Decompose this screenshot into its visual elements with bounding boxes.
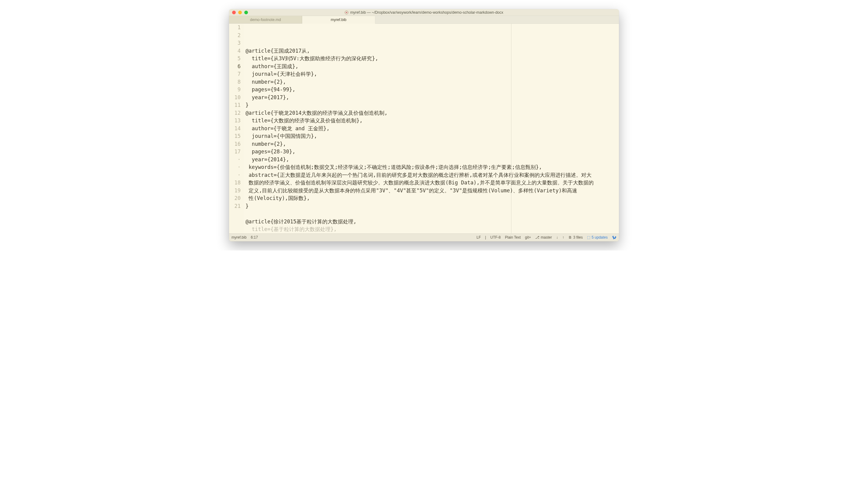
arrow-up-icon [562, 235, 564, 239]
code-line[interactable]: year={2014}, [245, 156, 619, 164]
code-line[interactable]: title={从3V到5V:大数据助推经济行为的深化研究}, [245, 55, 619, 63]
status-cursor-position[interactable]: 6:17 [251, 235, 258, 239]
code-line[interactable] [245, 210, 619, 218]
app-icon [345, 11, 348, 14]
status-whitespace[interactable]: | [485, 235, 486, 239]
status-files[interactable]: 🗎 3 files [568, 235, 583, 239]
line-number: · [229, 163, 241, 172]
tab-label: myref.bib [331, 18, 346, 22]
line-number: 17 [229, 148, 241, 156]
code-line[interactable]: author={于晓龙 and 王金照}, [245, 125, 619, 133]
status-branch[interactable]: master [535, 235, 552, 239]
tab-myref-bib[interactable]: myref.bib [302, 16, 375, 24]
line-number: 5 [229, 55, 241, 63]
code-line[interactable]: number={2}, [245, 140, 619, 148]
close-window-button[interactable] [232, 11, 236, 14]
zoom-window-button[interactable] [244, 11, 248, 14]
line-number: 6 [229, 63, 241, 71]
line-number: · [229, 172, 241, 179]
status-release-notes[interactable]: 🐿 [612, 235, 617, 240]
line-number: 12 [229, 109, 241, 117]
code-line[interactable]: title={基于粒计算的大数据处理}, [245, 226, 619, 233]
code-line[interactable]: abstract={正大数据是近几年来兴起的一个热门名词,目前的研究多是对大数据… [245, 172, 619, 179]
code-line[interactable]: number={2}, [245, 78, 619, 86]
tab-label: demo-footnote.md [250, 18, 281, 22]
line-number: 13 [229, 117, 241, 125]
status-bar: myref.bib 6:17 LF | UTF-8 Plain Text git… [229, 233, 619, 241]
code-line[interactable]: 定义,目前人们比较能接受的是从大数据本身的特点采用"3V"、"4V"甚至"5V"… [245, 187, 619, 195]
line-number: 14 [229, 125, 241, 133]
line-number: 7 [229, 70, 241, 78]
line-number: 1 [229, 24, 241, 32]
line-number: 15 [229, 132, 241, 140]
code-line[interactable]: @article{王国成2017从, [245, 47, 619, 55]
line-number: 16 [229, 140, 241, 148]
line-number: 4 [229, 47, 241, 55]
code-line[interactable]: pages={94-99}, [245, 86, 619, 94]
status-git[interactable]: git+ [525, 235, 531, 239]
status-push[interactable] [562, 235, 564, 239]
line-number: 19 [229, 187, 241, 195]
code-line[interactable]: keywords={价值创造机制;数据交叉;经济学涵义;不确定性;道德风险;假设… [245, 163, 619, 172]
line-number-gutter: 1234567891011121314151617···18192021 [229, 24, 244, 233]
code-content[interactable]: @article{王国成2017从, title={从3V到5V:大数据助推经济… [244, 24, 619, 233]
status-encoding[interactable]: UTF-8 [490, 235, 501, 239]
code-line[interactable]: journal={中国国情国力}, [245, 132, 619, 140]
window-title: myref.bib — ~/Dropbox/var/wsywork/learn/… [345, 10, 503, 15]
window-title-text: myref.bib — ~/Dropbox/var/wsywork/learn/… [350, 10, 503, 15]
line-number: 20 [229, 195, 241, 202]
code-line[interactable]: } [245, 202, 619, 210]
status-line-ending[interactable]: LF [477, 235, 481, 239]
code-line[interactable]: year={2017}, [245, 94, 619, 102]
code-line[interactable]: pages={28-30}, [245, 148, 619, 156]
line-number: 3 [229, 39, 241, 47]
line-number: 10 [229, 94, 241, 102]
code-line[interactable]: 性(Velocity),国际数}, [245, 195, 619, 202]
status-updates[interactable]: ⬚ 5 updates [587, 235, 608, 239]
files-icon: 🗎 [568, 235, 572, 239]
package-icon: ⬚ [587, 235, 590, 239]
tab-bar: demo-footnote.md myref.bib [229, 16, 619, 24]
status-syntax[interactable]: Plain Text [505, 235, 521, 239]
titlebar[interactable]: myref.bib — ~/Dropbox/var/wsywork/learn/… [229, 9, 619, 16]
status-filename[interactable]: myref.bib [231, 235, 246, 239]
line-number: 11 [229, 101, 241, 109]
code-line[interactable]: 数据的经济学涵义、价值创造机制等深层次问题研究较少。大数据的概念及演进大数据(B… [245, 179, 619, 187]
status-fetch[interactable] [556, 235, 558, 239]
line-number: 2 [229, 32, 241, 39]
arrow-down-icon [556, 235, 558, 239]
code-line[interactable]: title={大数据的经济学涵义及价值创造机制}, [245, 117, 619, 125]
code-line[interactable]: @article{徐计2015基于粒计算的大数据处理, [245, 218, 619, 226]
code-line[interactable]: journal={天津社会科学}, [245, 70, 619, 78]
line-number: 21 [229, 202, 241, 210]
traffic-lights [229, 11, 248, 14]
line-number: 8 [229, 78, 241, 86]
editor-window: myref.bib — ~/Dropbox/var/wsywork/learn/… [229, 9, 619, 241]
minimize-window-button[interactable] [238, 11, 242, 14]
wrap-guide [511, 24, 512, 233]
code-line[interactable]: @article{于晓龙2014大数据的经济学涵义及价值创造机制, [245, 109, 619, 117]
editor-area[interactable]: 1234567891011121314151617···18192021 @ar… [229, 24, 619, 233]
line-number: 9 [229, 86, 241, 94]
branch-icon [535, 235, 539, 239]
line-number: · [229, 156, 241, 164]
code-line[interactable]: author={王国成}, [245, 63, 619, 71]
line-number: 18 [229, 179, 241, 187]
tab-demo-footnote[interactable]: demo-footnote.md [229, 16, 302, 23]
code-line[interactable]: } [245, 101, 619, 109]
